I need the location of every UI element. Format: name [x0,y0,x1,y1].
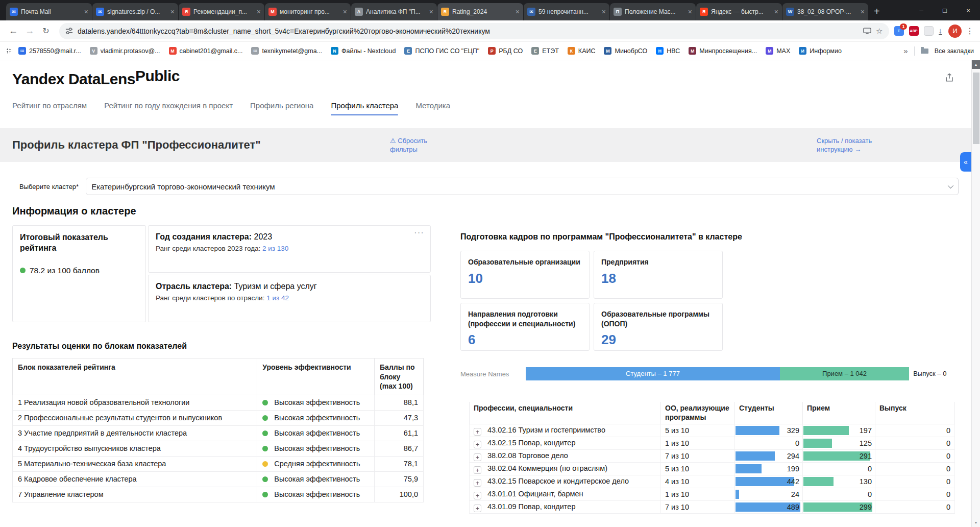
browser-tab[interactable]: А Аналитика ФП "П... × [351,3,437,20]
browser-tab[interactable]: ✉ 59 непрочитанн... × [524,3,609,20]
page-scrollbar[interactable]: ▲ ▼ [971,60,980,527]
stat-card: Предприятия 18 [594,251,723,299]
forward-button[interactable]: → [21,26,38,36]
tab-close-icon[interactable]: × [84,8,88,15]
tab-favicon-icon: Я [700,8,708,16]
back-button[interactable]: ← [5,26,21,36]
profile-avatar[interactable]: И [948,25,962,38]
toggle-instruction-link[interactable]: Скрыть / показать инструкцию → [817,136,888,154]
browser-menu-icon[interactable]: ⋮ [965,26,975,36]
scrollbar-thumb[interactable] [973,73,979,144]
bookmark-favicon-icon: M [169,47,177,55]
level-label: Высокая эффективность [274,490,360,498]
bookmark-item[interactable]: М Минпросвещения... [689,47,757,55]
expand-row-button[interactable]: + [474,479,481,487]
bookmark-item[interactable]: М МинобрСО [604,47,647,55]
browser-tab[interactable]: R Rating_2024 × [437,3,523,20]
tab-close-icon[interactable]: × [688,8,692,15]
browser-tab[interactable]: W 38_02_08 OPOP-... × [782,3,868,20]
dashboard-nav-tab[interactable]: Профиль региона [250,97,313,117]
tab-close-icon[interactable]: × [774,8,778,15]
cluster-select[interactable]: Екатеринбургский торгово-экономический т… [86,178,959,195]
adblock-extension-icon[interactable]: ABP [909,26,919,36]
site-settings-icon[interactable] [65,27,73,35]
expand-row-button[interactable]: + [474,505,481,512]
bookmark-item[interactable]: ✉ texnikymetet@gma... [251,47,322,55]
new-tab-button[interactable]: + [874,6,880,16]
year-rank-link[interactable]: 2 из 130 [262,245,288,252]
widget-menu-icon[interactable]: ··· [414,228,424,238]
bookmark-item[interactable]: ✉ 2578550@mail.r... [18,47,81,55]
reload-button[interactable]: ↻ [38,26,54,36]
downloads-icon[interactable]: ↓ [939,27,943,35]
expand-row-button[interactable]: + [474,441,481,448]
block-level: Средняя эффективность [257,456,375,471]
bookmark-item[interactable]: V vladimir.protasov@... [90,47,160,55]
close-window-button[interactable]: × [957,0,980,20]
tab-close-icon[interactable]: × [343,8,347,15]
bookmark-item[interactable]: M cabinet201@gmail.c... [169,47,243,55]
block-score: 75,9 [375,471,424,487]
score-value: 78.2 из 100 баллов [30,266,100,275]
bookmark-item[interactable]: N Файлы - Nextcloud [331,47,396,55]
bookmark-item[interactable]: Н НВС [656,47,680,55]
datalens-logo: Yandex DataLensPublic [12,67,180,88]
browser-tab[interactable]: П Положение Мас... × [610,3,696,20]
tab-close-icon[interactable]: × [516,8,520,15]
bookmark-item[interactable]: Р РБД СО [488,47,523,55]
bookmark-item[interactable]: И Информио [799,47,842,55]
share-icon[interactable] [944,73,954,83]
industry-rank-link[interactable]: 1 из 42 [266,294,289,302]
bookmarks-overflow-icon[interactable]: » [903,46,908,55]
browser-tab[interactable]: Я Яндекс — быстр... × [696,3,782,20]
browser-tab[interactable]: ✉ Почта Mail × [6,3,92,20]
bookmark-item[interactable]: К КАИС [568,47,596,55]
browser-tab[interactable]: ✉ signatures.zip / O... × [92,3,178,20]
bookmark-star-icon[interactable]: ☆ [876,27,883,36]
expand-row-button[interactable]: + [474,428,481,436]
vypusk-value: 0 [875,501,955,514]
minimize-button[interactable]: – [910,0,933,20]
dashboard-nav-tab[interactable]: Методика [415,97,450,117]
browser-tab[interactable]: М мониторинг про... × [265,3,351,20]
level-label: Высокая эффективность [274,475,360,483]
expand-row-button[interactable]: + [474,466,481,474]
scroll-up-icon[interactable]: ▲ [972,60,980,69]
bookmark-item[interactable]: Е ЕТЭТ [531,47,559,55]
reset-filters-link[interactable]: ⚠ Сбросить фильтры [390,136,451,154]
bookmark-item[interactable]: M MAX [766,47,790,55]
browser-tab[interactable]: Я Рекомендации_п... × [179,3,264,20]
bookmark-label: НВС [667,47,680,55]
all-bookmarks-label[interactable]: Все закладки [935,47,974,55]
block-level: Высокая эффективность [257,395,375,410]
tab-close-icon[interactable]: × [257,8,261,15]
translate-extension-icon[interactable]: Т 1 [894,26,904,36]
measure-names-label: Measure Names [460,370,526,378]
install-app-icon[interactable] [863,28,871,34]
tab-close-icon[interactable]: × [861,8,865,15]
program-table-row: + 38.02.04 Коммерция (по отраслям) 5 из … [470,463,955,475]
apps-grid-icon[interactable] [6,48,12,54]
scroll-down-icon[interactable]: ▼ [972,518,980,527]
public-badge: Public [135,67,180,84]
collapse-panel-button[interactable]: « [960,152,971,172]
tab-close-icon[interactable]: × [170,8,175,15]
dashboard-nav-tab[interactable]: Рейтинг по отраслям [12,97,87,117]
expand-row-button[interactable]: + [474,453,481,461]
extensions-puzzle-icon[interactable] [924,26,934,36]
legend-segment: Студенты – 1 777 [526,367,780,380]
maximize-button[interactable]: □ [933,0,957,20]
address-bar[interactable]: datalens.yandex/64tttonkyczcq?tab=8m&clu… [59,23,889,39]
url-text[interactable]: datalens.yandex/64tttonkyczcq?tab=8m&clu… [78,27,859,35]
dashboard-nav-tab[interactable]: Рейтинг по году вхождения в проект [104,97,233,117]
bookmark-label: 2578550@mail.r... [29,47,81,55]
bookmark-item[interactable]: Е ПСПО ГИС СО "ЕЦП" [404,47,479,55]
tab-close-icon[interactable]: × [602,8,606,15]
blocks-table-row: 6 Кадровое обеспечение кластера Высокая … [13,471,424,487]
tab-close-icon[interactable]: × [429,8,433,15]
tab-title: 59 непрочитанн... [538,8,599,15]
expand-row-button[interactable]: + [474,492,481,499]
cluster-select-value: Екатеринбургский торгово-экономический т… [91,182,275,191]
stat-card: Направления подготовки (профессии и спец… [460,303,590,351]
dashboard-nav-tab[interactable]: Профиль кластера [331,97,398,117]
